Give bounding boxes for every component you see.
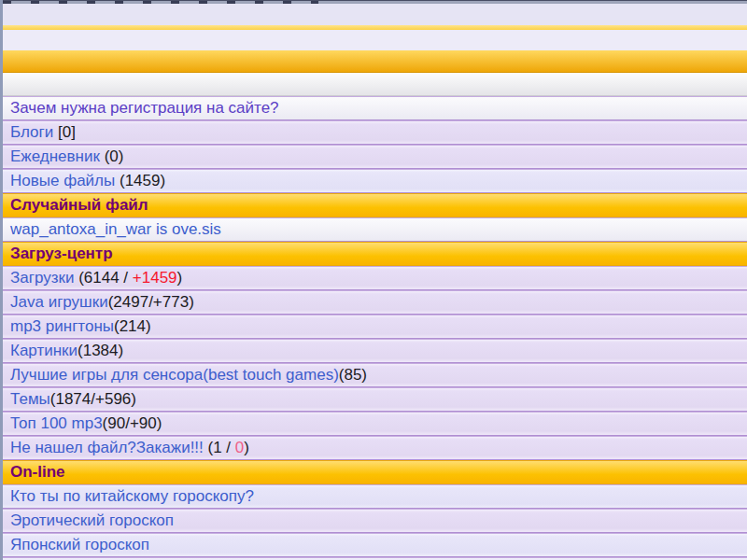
menu-item: Зачем нужна регистрация на сайте? bbox=[3, 96, 747, 120]
menu-item: Ежедневник (0) bbox=[3, 145, 747, 169]
count-text: +1459 bbox=[133, 269, 177, 287]
section-header-label: Случайный файл bbox=[10, 196, 148, 214]
menu-link[interactable]: Ежедневник bbox=[10, 147, 100, 165]
section-header-label: On-line bbox=[10, 463, 65, 481]
section-header: Загруз-центр bbox=[3, 242, 747, 266]
menu-item: wap_antoxa_in_war is ove.sis bbox=[3, 217, 747, 242]
menu-link[interactable]: Зачем нужна регистрация на сайте? bbox=[10, 99, 279, 117]
menu-link[interactable]: Новые файлы bbox=[10, 172, 115, 189]
section-header-label: Загруз-центр bbox=[10, 245, 113, 262]
wap-portal-page: Свободная строчка рекламы 20р Сегодня 15… bbox=[0, 0, 747, 560]
menu-item: Темы(1874/+596) bbox=[3, 387, 747, 412]
count-text: (85) bbox=[339, 366, 367, 384]
count-text: (1874/+596) bbox=[50, 390, 136, 408]
count-text: 0 bbox=[235, 439, 244, 456]
menu-list: Зачем нужна регистрация на сайте?Блоги [… bbox=[3, 96, 747, 560]
count-text: (90/+90) bbox=[103, 414, 162, 432]
count-text: ) bbox=[177, 269, 183, 287]
greeting-bar: Привет, antoxa! bbox=[3, 50, 747, 73]
count-text: ) bbox=[244, 439, 249, 456]
menu-link[interactable]: wap_antoxa_in_war is ove.sis bbox=[10, 220, 221, 238]
menu-link[interactable]: Японский гороскоп bbox=[10, 536, 149, 553]
count-text: (6144 / bbox=[74, 269, 132, 287]
menu-item: Загрузки (6144 / +1459) bbox=[3, 266, 747, 290]
menu-item: Кто ты по китайскому гороскопу? bbox=[3, 484, 747, 509]
menu-link[interactable]: Темы bbox=[10, 390, 50, 408]
menu-item: Картинки(1384) bbox=[3, 339, 747, 363]
menu-item: Японский гороскоп bbox=[3, 533, 747, 557]
count-text: (1459) bbox=[115, 172, 165, 189]
count-text: (214) bbox=[114, 317, 151, 335]
menu-link[interactable]: Кто ты по китайскому гороскопу? bbox=[10, 487, 254, 505]
menu-link[interactable]: Не нашел файл?Закажи!!! bbox=[10, 439, 204, 456]
count-text: (1384) bbox=[78, 342, 123, 359]
menu-link[interactable]: Блоги bbox=[10, 123, 53, 141]
menu-link[interactable]: Картинки bbox=[10, 342, 78, 359]
section-header: Случайный файл bbox=[3, 193, 747, 217]
user-nav: Личное|Выход bbox=[3, 73, 747, 96]
menu-item: Java игрушки(2497/+773) bbox=[3, 290, 747, 315]
count-text: [0] bbox=[53, 123, 76, 141]
menu-link[interactable]: Лучшие игры для сенсора(best touch games… bbox=[10, 366, 339, 384]
count-text: (1 / bbox=[204, 439, 235, 456]
menu-link[interactable]: Java игрушки bbox=[10, 293, 108, 311]
menu-item: Эротический гороскоп bbox=[3, 509, 747, 533]
menu-item: Новые файлы (1459) bbox=[3, 169, 747, 193]
section-header: On-line bbox=[3, 460, 747, 484]
menu-item: Не нашел файл?Закажи!!! (1 / 0) bbox=[3, 436, 747, 460]
menu-link[interactable]: mp3 рингтоны bbox=[10, 317, 114, 335]
menu-item: mp3 рингтоны(214) bbox=[3, 315, 747, 339]
top-border-decoration bbox=[3, 0, 747, 4]
menu-link[interactable]: Эротический гороскоп bbox=[10, 511, 174, 529]
menu-item: Топ 100 mp3(90/+90) bbox=[3, 412, 747, 436]
menu-link[interactable]: Загрузки bbox=[10, 269, 74, 287]
count-text: (2497/+773) bbox=[108, 293, 194, 311]
ad-row: Свободная строчка рекламы 20р bbox=[3, 4, 747, 25]
today-banner: Сегодня 15.03.2011 всемирный день защиты… bbox=[3, 30, 747, 50]
menu-link[interactable]: Топ 100 mp3 bbox=[10, 414, 103, 432]
menu-item: Блоги [0] bbox=[3, 120, 747, 145]
count-text: (0) bbox=[100, 147, 124, 165]
menu-item: Лучшие игры для сенсора(best touch games… bbox=[3, 363, 747, 387]
